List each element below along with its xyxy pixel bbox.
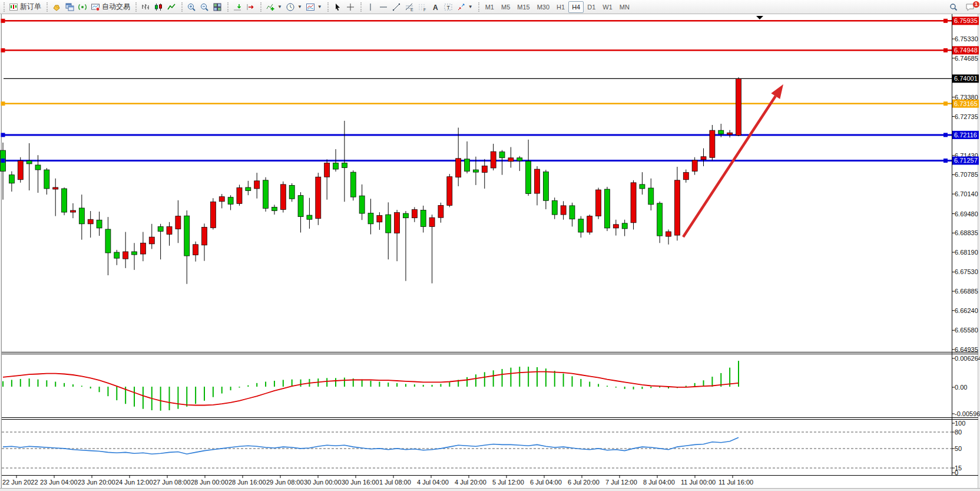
new-order-button[interactable]: 新订单 <box>7 1 43 13</box>
svg-text:F: F <box>423 7 426 11</box>
indicators-button[interactable]: ▼ <box>264 1 284 13</box>
trendline-tool-button[interactable] <box>390 1 403 13</box>
zoom-in-button[interactable] <box>185 1 198 13</box>
indicators-icon <box>266 2 275 12</box>
timeframe-m30-button[interactable]: M30 <box>534 1 553 13</box>
cycle-lines-tool-icon: F <box>418 2 427 12</box>
arrows-tool-icon <box>456 2 466 12</box>
label-tool-icon: T <box>443 2 453 12</box>
toolbar: 新订单自动交易▼▼▼EFAT▼M1M5M15M30H1H4D1W1MN1 <box>0 0 980 14</box>
auto-scroll-button[interactable] <box>231 1 244 13</box>
window-cascade-button[interactable] <box>63 1 76 13</box>
toolbar-grip <box>325 2 329 12</box>
auto-scroll-icon <box>233 2 242 12</box>
search-button[interactable] <box>947 1 960 13</box>
toolbar-grip <box>1 2 5 12</box>
bar-chart-mode-button[interactable] <box>139 1 152 13</box>
fibonacci-tool-icon: E <box>405 2 414 12</box>
notifications-button[interactable]: 1 <box>964 1 976 13</box>
timeframe-d1-button[interactable]: D1 <box>584 1 599 13</box>
toolbar-grip <box>225 2 229 12</box>
rsi-indicator-label: RSI(14) 70.0307 <box>5 433 52 440</box>
crosshair-tool-icon <box>346 2 355 12</box>
window-cascade-icon <box>65 2 74 12</box>
line-chart-mode-button[interactable] <box>165 1 178 13</box>
periods-button[interactable]: ▼ <box>284 1 304 13</box>
notification-badge: 1 <box>973 1 979 8</box>
chart-area[interactable]: USDCNH,H4 6.72103 6.74046 6.72073 6.7400… <box>0 14 980 491</box>
timeframe-w1-button[interactable]: W1 <box>599 1 616 13</box>
new-order-icon <box>9 2 18 12</box>
chevron-down-icon: ▼ <box>277 4 282 9</box>
crosshair-tool-button[interactable] <box>344 1 357 13</box>
market-watch-button[interactable] <box>50 1 63 13</box>
trendline-tool-icon <box>392 2 401 12</box>
zoom-out-button[interactable] <box>198 1 211 13</box>
bar-chart-mode-icon <box>141 2 150 12</box>
text-tool-button[interactable]: A <box>429 1 442 13</box>
autotrading-icon <box>91 2 100 12</box>
chevron-down-icon: ▼ <box>468 4 473 9</box>
templates-icon <box>306 2 315 12</box>
macd-indicator-label: MACD(12,26,9) 0.005708 0.000783 <box>5 368 107 375</box>
svg-text:T: T <box>446 4 450 10</box>
horizontal-line-tool-button[interactable] <box>377 1 390 13</box>
tile-windows-button[interactable] <box>211 1 224 13</box>
line-chart-mode-icon <box>167 2 176 12</box>
tile-windows-icon <box>213 2 222 12</box>
svg-text:A: A <box>433 3 438 11</box>
timeframe-m15-button[interactable]: M15 <box>514 1 533 13</box>
autotrading-button[interactable]: 自动交易 <box>89 1 132 13</box>
search-icon <box>949 2 958 12</box>
signals-button[interactable] <box>76 1 89 13</box>
toolbar-grip <box>258 2 261 12</box>
chart-shift-icon <box>246 2 255 12</box>
timeframe-mn-button[interactable]: MN <box>616 1 633 13</box>
vertical-line-tool-icon <box>366 2 375 12</box>
fibonacci-tool-button[interactable]: E <box>403 1 416 13</box>
toolbar-grip <box>133 2 137 12</box>
toolbar-grip <box>179 2 183 12</box>
cycle-lines-tool-button[interactable]: F <box>416 1 429 13</box>
signals-icon <box>78 2 87 12</box>
timeframe-h4-button[interactable]: H4 <box>568 1 584 13</box>
candlestick-mode-button[interactable] <box>152 1 165 13</box>
vertical-line-tool-button[interactable] <box>364 1 377 13</box>
timeframe-m5-button[interactable]: M5 <box>498 1 514 13</box>
cursor-tool-button[interactable] <box>331 1 344 13</box>
zoom-in-icon <box>187 2 196 12</box>
text-tool-icon: A <box>431 2 440 12</box>
timeframe-m1-button[interactable]: M1 <box>482 1 498 13</box>
horizontal-line-tool-icon <box>379 2 388 12</box>
timeframe-h1-button[interactable]: H1 <box>553 1 568 13</box>
zoom-out-icon <box>200 2 209 12</box>
periods-icon <box>286 2 295 12</box>
templates-button[interactable]: ▼ <box>304 1 324 13</box>
new-order-button-label: 新订单 <box>20 2 41 12</box>
svg-text:E: E <box>410 7 413 11</box>
label-tool-button[interactable]: T <box>442 1 455 13</box>
chart-ohlc-header: USDCNH,H4 6.72103 6.74046 6.72073 6.7400… <box>6 29 159 38</box>
market-watch-icon <box>52 2 61 12</box>
toolbar-grip <box>44 2 48 12</box>
toolbar-grip <box>476 2 479 12</box>
arrows-tool-button[interactable]: ▼ <box>455 1 475 13</box>
chevron-down-icon: ▼ <box>317 4 322 9</box>
chevron-down-icon: ▼ <box>297 4 302 9</box>
toolbar-grip <box>358 2 362 12</box>
chart-shift-button[interactable] <box>244 1 257 13</box>
autotrading-button-label: 自动交易 <box>102 2 130 12</box>
cursor-tool-icon <box>333 2 342 12</box>
candlestick-mode-icon <box>154 2 163 12</box>
